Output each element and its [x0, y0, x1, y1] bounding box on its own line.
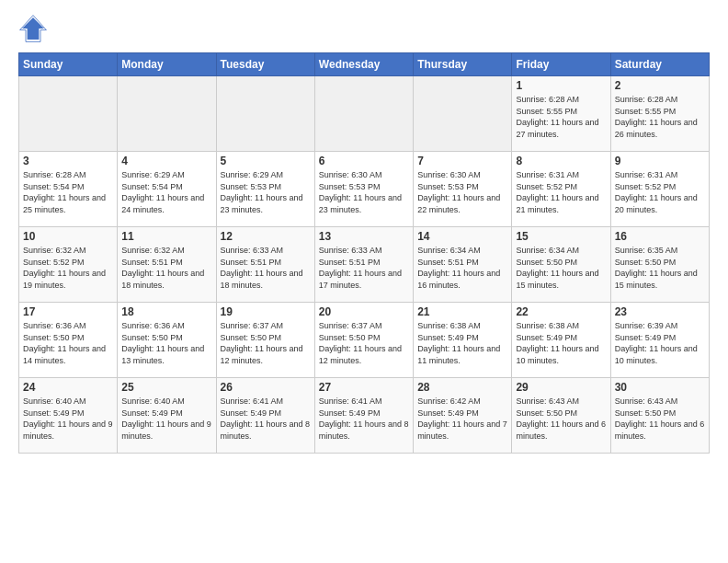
- day-info: Sunrise: 6:29 AM Sunset: 5:53 PM Dayligh…: [221, 169, 311, 215]
- day-number: 26: [221, 381, 311, 394]
- day-info: Sunrise: 6:28 AM Sunset: 5:55 PM Dayligh…: [516, 94, 606, 140]
- day-number: 7: [417, 155, 507, 167]
- day-number: 17: [23, 305, 113, 318]
- calendar-cell: 20Sunrise: 6:37 AM Sunset: 5:50 PM Dayli…: [314, 303, 413, 378]
- day-info: Sunrise: 6:35 AM Sunset: 5:50 PM Dayligh…: [615, 245, 705, 291]
- day-number: 21: [417, 305, 507, 318]
- day-number: 8: [516, 155, 606, 167]
- week-row-3: 10Sunrise: 6:32 AM Sunset: 5:52 PM Dayli…: [19, 227, 710, 303]
- calendar-cell: 7Sunrise: 6:30 AM Sunset: 5:53 PM Daylig…: [414, 152, 512, 227]
- calendar-cell: 27Sunrise: 6:41 AM Sunset: 5:49 PM Dayli…: [314, 378, 413, 454]
- day-info: Sunrise: 6:34 AM Sunset: 5:50 PM Dayligh…: [516, 245, 606, 291]
- day-number: 29: [516, 381, 606, 394]
- day-number: 24: [23, 381, 113, 394]
- calendar-cell: 2Sunrise: 6:28 AM Sunset: 5:55 PM Daylig…: [610, 76, 709, 152]
- header-day-saturday: Saturday: [610, 53, 709, 76]
- day-info: Sunrise: 6:40 AM Sunset: 5:49 PM Dayligh…: [121, 396, 211, 442]
- calendar-cell: [314, 76, 413, 152]
- calendar-cell: 26Sunrise: 6:41 AM Sunset: 5:49 PM Dayli…: [216, 378, 314, 454]
- day-number: 18: [121, 305, 211, 318]
- day-info: Sunrise: 6:34 AM Sunset: 5:51 PM Dayligh…: [417, 245, 507, 291]
- day-info: Sunrise: 6:42 AM Sunset: 5:49 PM Dayligh…: [417, 396, 507, 442]
- day-number: 16: [615, 230, 705, 243]
- calendar-cell: 29Sunrise: 6:43 AM Sunset: 5:50 PM Dayli…: [512, 378, 610, 454]
- calendar-cell: 15Sunrise: 6:34 AM Sunset: 5:50 PM Dayli…: [512, 227, 610, 303]
- header-day-sunday: Sunday: [19, 53, 118, 76]
- day-number: 6: [319, 155, 409, 167]
- day-info: Sunrise: 6:30 AM Sunset: 5:53 PM Dayligh…: [417, 169, 507, 215]
- calendar-cell: 11Sunrise: 6:32 AM Sunset: 5:51 PM Dayli…: [118, 227, 216, 303]
- calendar-body: 1Sunrise: 6:28 AM Sunset: 5:55 PM Daylig…: [19, 76, 710, 454]
- week-row-5: 24Sunrise: 6:40 AM Sunset: 5:49 PM Dayli…: [19, 378, 710, 454]
- day-number: 22: [516, 305, 606, 318]
- calendar-cell: 24Sunrise: 6:40 AM Sunset: 5:49 PM Dayli…: [19, 378, 118, 454]
- day-number: 11: [121, 230, 211, 243]
- calendar-header: SundayMondayTuesdayWednesdayThursdayFrid…: [19, 53, 710, 76]
- calendar-cell: 13Sunrise: 6:33 AM Sunset: 5:51 PM Dayli…: [314, 227, 413, 303]
- day-number: 10: [23, 230, 113, 243]
- day-number: 19: [221, 305, 311, 318]
- header-day-friday: Friday: [512, 53, 610, 76]
- week-row-1: 1Sunrise: 6:28 AM Sunset: 5:55 PM Daylig…: [19, 76, 710, 152]
- calendar-cell: 3Sunrise: 6:28 AM Sunset: 5:54 PM Daylig…: [19, 152, 118, 227]
- header-day-tuesday: Tuesday: [216, 53, 314, 76]
- day-number: 23: [615, 305, 705, 318]
- day-number: 5: [221, 155, 311, 167]
- day-number: 3: [23, 155, 113, 167]
- week-row-2: 3Sunrise: 6:28 AM Sunset: 5:54 PM Daylig…: [19, 152, 710, 227]
- day-number: 14: [417, 230, 507, 243]
- week-row-4: 17Sunrise: 6:36 AM Sunset: 5:50 PM Dayli…: [19, 303, 710, 378]
- day-info: Sunrise: 6:32 AM Sunset: 5:51 PM Dayligh…: [121, 245, 211, 291]
- day-info: Sunrise: 6:43 AM Sunset: 5:50 PM Dayligh…: [615, 396, 705, 442]
- day-number: 2: [615, 79, 705, 92]
- day-info: Sunrise: 6:28 AM Sunset: 5:55 PM Dayligh…: [615, 94, 705, 140]
- day-info: Sunrise: 6:31 AM Sunset: 5:52 PM Dayligh…: [516, 169, 606, 215]
- day-info: Sunrise: 6:38 AM Sunset: 5:49 PM Dayligh…: [516, 320, 606, 366]
- calendar-cell: 23Sunrise: 6:39 AM Sunset: 5:49 PM Dayli…: [610, 303, 709, 378]
- calendar-cell: 18Sunrise: 6:36 AM Sunset: 5:50 PM Dayli…: [118, 303, 216, 378]
- calendar-cell: 14Sunrise: 6:34 AM Sunset: 5:51 PM Dayli…: [414, 227, 512, 303]
- calendar-cell: 8Sunrise: 6:31 AM Sunset: 5:52 PM Daylig…: [512, 152, 610, 227]
- header: [18, 14, 710, 43]
- day-info: Sunrise: 6:36 AM Sunset: 5:50 PM Dayligh…: [121, 320, 211, 366]
- day-info: Sunrise: 6:29 AM Sunset: 5:54 PM Dayligh…: [121, 169, 211, 215]
- calendar-cell: 12Sunrise: 6:33 AM Sunset: 5:51 PM Dayli…: [216, 227, 314, 303]
- calendar-cell: 6Sunrise: 6:30 AM Sunset: 5:53 PM Daylig…: [314, 152, 413, 227]
- header-day-thursday: Thursday: [414, 53, 512, 76]
- day-number: 27: [319, 381, 409, 394]
- calendar-table: SundayMondayTuesdayWednesdayThursdayFrid…: [18, 52, 710, 454]
- day-info: Sunrise: 6:30 AM Sunset: 5:53 PM Dayligh…: [319, 169, 409, 215]
- day-info: Sunrise: 6:36 AM Sunset: 5:50 PM Dayligh…: [23, 320, 113, 366]
- day-number: 1: [516, 79, 606, 92]
- day-info: Sunrise: 6:40 AM Sunset: 5:49 PM Dayligh…: [23, 396, 113, 442]
- calendar-cell: [216, 76, 314, 152]
- day-info: Sunrise: 6:33 AM Sunset: 5:51 PM Dayligh…: [319, 245, 409, 291]
- calendar-cell: 21Sunrise: 6:38 AM Sunset: 5:49 PM Dayli…: [414, 303, 512, 378]
- day-number: 28: [417, 381, 507, 394]
- calendar-cell: 19Sunrise: 6:37 AM Sunset: 5:50 PM Dayli…: [216, 303, 314, 378]
- day-info: Sunrise: 6:33 AM Sunset: 5:51 PM Dayligh…: [221, 245, 311, 291]
- calendar-cell: 10Sunrise: 6:32 AM Sunset: 5:52 PM Dayli…: [19, 227, 118, 303]
- day-info: Sunrise: 6:38 AM Sunset: 5:49 PM Dayligh…: [417, 320, 507, 366]
- calendar-cell: [118, 76, 216, 152]
- logo-icon: [18, 14, 48, 43]
- day-number: 30: [615, 381, 705, 394]
- day-number: 15: [516, 230, 606, 243]
- day-number: 13: [319, 230, 409, 243]
- header-day-wednesday: Wednesday: [314, 53, 413, 76]
- calendar-cell: 17Sunrise: 6:36 AM Sunset: 5:50 PM Dayli…: [19, 303, 118, 378]
- day-info: Sunrise: 6:37 AM Sunset: 5:50 PM Dayligh…: [319, 320, 409, 366]
- day-info: Sunrise: 6:41 AM Sunset: 5:49 PM Dayligh…: [319, 396, 409, 442]
- calendar-cell: 22Sunrise: 6:38 AM Sunset: 5:49 PM Dayli…: [512, 303, 610, 378]
- calendar-cell: 9Sunrise: 6:31 AM Sunset: 5:52 PM Daylig…: [610, 152, 709, 227]
- header-day-monday: Monday: [118, 53, 216, 76]
- header-row: SundayMondayTuesdayWednesdayThursdayFrid…: [19, 53, 710, 76]
- day-number: 12: [221, 230, 311, 243]
- logo: [18, 14, 53, 43]
- day-info: Sunrise: 6:37 AM Sunset: 5:50 PM Dayligh…: [221, 320, 311, 366]
- day-info: Sunrise: 6:28 AM Sunset: 5:54 PM Dayligh…: [23, 169, 113, 215]
- calendar-cell: 25Sunrise: 6:40 AM Sunset: 5:49 PM Dayli…: [118, 378, 216, 454]
- calendar-cell: 30Sunrise: 6:43 AM Sunset: 5:50 PM Dayli…: [610, 378, 709, 454]
- calendar-cell: 28Sunrise: 6:42 AM Sunset: 5:49 PM Dayli…: [414, 378, 512, 454]
- day-info: Sunrise: 6:39 AM Sunset: 5:49 PM Dayligh…: [615, 320, 705, 366]
